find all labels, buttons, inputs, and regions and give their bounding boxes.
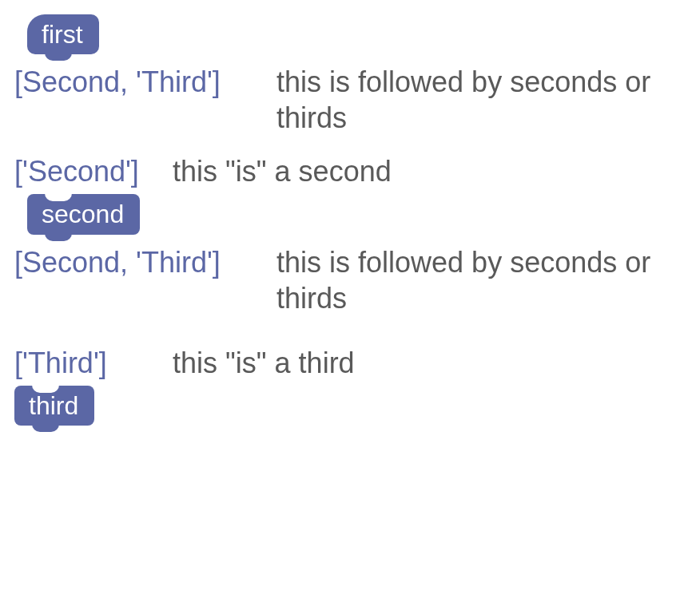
section-second: ['Second'] this "is" a second second [Se… <box>14 153 692 315</box>
section-first: first [Second, 'Third'] this is followed… <box>14 14 692 136</box>
block-second[interactable]: second <box>27 194 140 234</box>
second-desc: this "is" a second <box>173 153 392 189</box>
row-followed-by-2: [Second, 'Third'] this is followed by se… <box>14 244 692 316</box>
second-list: ['Second'] <box>14 153 158 189</box>
row-third-def: ['Third'] this "is" a third <box>14 345 692 381</box>
block-first[interactable]: first <box>27 14 99 54</box>
row-second-def: ['Second'] this "is" a second <box>14 153 692 189</box>
third-list: ['Third'] <box>14 345 134 381</box>
block-third[interactable]: third <box>14 386 94 426</box>
next-list-1: [Second, 'Third'] <box>14 64 254 100</box>
block-wrapper-second: second <box>14 194 140 234</box>
section-third: ['Third'] this "is" a third third <box>14 345 692 430</box>
block-wrapper-third: third <box>14 386 94 426</box>
row-followed-by-1: [Second, 'Third'] this is followed by se… <box>14 64 692 136</box>
next-list-2: [Second, 'Third'] <box>14 244 254 280</box>
block-wrapper-first: first <box>14 14 99 54</box>
third-desc: this "is" a third <box>173 345 355 381</box>
next-desc-1: this is followed by seconds or thirds <box>276 64 692 136</box>
next-desc-2: this is followed by seconds or thirds <box>276 244 692 316</box>
